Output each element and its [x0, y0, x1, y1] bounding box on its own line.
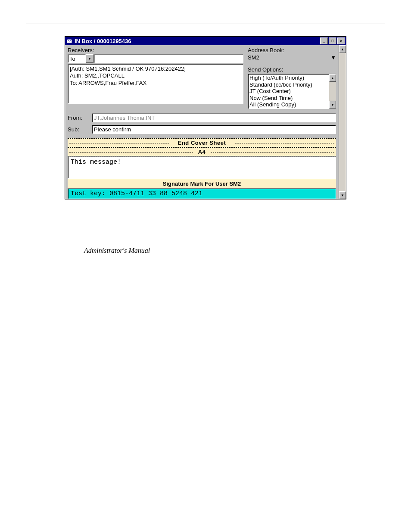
send-options-scrollbar[interactable]: ▲ ▼	[329, 74, 336, 109]
list-item[interactable]: All (Sending Copy)	[249, 101, 327, 108]
titlebar[interactable]: IN Box / 00001295436 _ □ ×	[65, 37, 346, 45]
scroll-up-icon[interactable]: ▲	[339, 45, 346, 53]
receiver-type-combo[interactable]: To ▼	[68, 54, 93, 63]
test-key-field: Test key: 0815-4711 33 88 5248 421	[68, 188, 336, 199]
end-cover-separator: End Cover Sheet	[68, 138, 336, 147]
window-title: IN Box / 00001295436	[75, 38, 319, 44]
send-options-label: Send Options:	[248, 66, 336, 73]
list-item[interactable]: Standard (cc/bcc Priority)	[249, 81, 327, 88]
address-book-value: SM2	[248, 54, 330, 63]
subject-label: Sub:	[68, 126, 92, 133]
address-book-combo[interactable]: SM2 ▼	[248, 54, 336, 63]
signature-band: Signature Mark For User SM2	[68, 179, 336, 188]
from-field: JT,Johannes Thoma,INT	[92, 113, 336, 122]
subject-field[interactable]: Please confirm	[92, 125, 336, 134]
address-book-label: Address Book:	[248, 47, 336, 53]
list-item[interactable]: Now (Send Time)	[249, 95, 327, 102]
footnote-text: Administrator's Manual	[26, 247, 385, 255]
chevron-down-icon[interactable]: ▼	[86, 54, 93, 63]
receivers-label: Receivers:	[68, 47, 243, 53]
chevron-down-icon[interactable]: ▼	[330, 54, 336, 63]
send-options-list[interactable]: High (To/Auth Priority) Standard (cc/bcc…	[248, 74, 336, 109]
list-item[interactable]: JT (Cost Center)	[249, 88, 327, 95]
window-scrollbar[interactable]: ▲ ▼	[339, 45, 346, 199]
scroll-up-icon[interactable]: ▲	[329, 74, 336, 82]
minimize-button[interactable]: _	[320, 37, 328, 44]
message-body[interactable]: This message!	[68, 156, 336, 179]
close-button[interactable]: ×	[337, 37, 345, 44]
receivers-list[interactable]: [Auth: SM1,SM1 Schmid / OK 970716:202422…	[68, 64, 243, 104]
from-label: From:	[68, 115, 92, 121]
maximize-button[interactable]: □	[329, 37, 336, 44]
receiver-type-value: To	[68, 54, 86, 63]
app-icon	[66, 37, 73, 44]
scroll-down-icon[interactable]: ▼	[339, 191, 346, 199]
list-item[interactable]: High (To/Auth Priority)	[249, 75, 327, 81]
a4-separator: A4	[68, 147, 336, 156]
scroll-down-icon[interactable]: ▼	[329, 101, 336, 109]
receiver-entry-input[interactable]	[94, 54, 243, 63]
inbox-window: IN Box / 00001295436 _ □ × Receivers: To…	[65, 36, 346, 199]
